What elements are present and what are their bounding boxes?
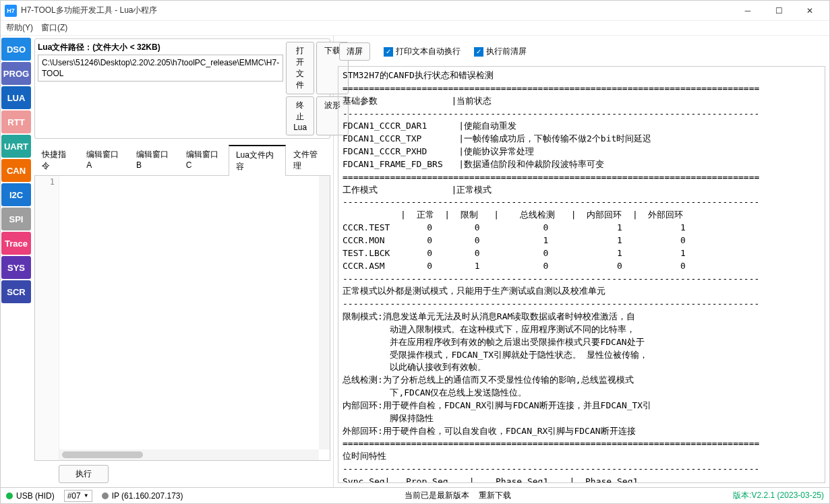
chevron-down-icon: ▼ bbox=[84, 493, 89, 499]
redownload-link[interactable]: 重新下载 bbox=[479, 490, 511, 501]
open-file-button[interactable]: 打开文件 bbox=[286, 42, 314, 94]
menu-window[interactable]: 窗口(Z) bbox=[41, 22, 67, 34]
tab-edit-a[interactable]: 编辑窗口A bbox=[79, 145, 129, 176]
rail-trace[interactable]: Trace bbox=[1, 232, 31, 255]
rail-uart[interactable]: UART bbox=[1, 135, 31, 158]
menubar: 帮助(Y) 窗口(Z) bbox=[1, 21, 829, 36]
tab-file-mgr[interactable]: 文件管理 bbox=[286, 145, 330, 176]
rail-scr[interactable]: SCR bbox=[1, 280, 31, 303]
ip-status: IP (61.160.207.173) bbox=[112, 491, 183, 501]
file-path-label: Lua文件路径：(文件大小 < 32KB) bbox=[38, 42, 283, 53]
rail-lua[interactable]: LUA bbox=[1, 86, 31, 109]
rail-prog[interactable]: PROG bbox=[1, 62, 31, 85]
auto-wrap-checkbox[interactable]: ✓ 打印文本自动换行 bbox=[384, 46, 461, 57]
rail-dso[interactable]: DSO bbox=[1, 38, 31, 61]
menu-help[interactable]: 帮助(Y) bbox=[6, 22, 33, 34]
tab-edit-c[interactable]: 编辑窗口C bbox=[179, 145, 229, 176]
rail-spi[interactable]: SPI bbox=[1, 208, 31, 230]
check-icon: ✓ bbox=[384, 47, 393, 57]
update-status: 当前已是最新版本 bbox=[405, 490, 469, 501]
auto-wrap-label: 打印文本自动换行 bbox=[396, 46, 461, 57]
clear-console-button[interactable]: 清屏 bbox=[339, 42, 370, 61]
clear-before-run-checkbox[interactable]: ✓ 执行前清屏 bbox=[474, 46, 527, 57]
device-index-combo[interactable]: #07 ▼ bbox=[64, 490, 92, 502]
check-icon: ✓ bbox=[474, 47, 483, 57]
editor-scrollbar-vertical[interactable] bbox=[319, 176, 330, 449]
rail-sys[interactable]: SYS bbox=[1, 256, 31, 279]
ip-led-icon bbox=[102, 493, 109, 499]
console-output[interactable]: STM32H7的CANFD执行状态和错误检测 =================… bbox=[338, 66, 825, 483]
tab-lua-file[interactable]: Lua文件内容 bbox=[229, 145, 286, 176]
tab-quick[interactable]: 快捷指令 bbox=[34, 145, 79, 176]
editor-area: 1 bbox=[34, 176, 330, 461]
right-pane: 清屏 ✓ 打印文本自动换行 ✓ 执行前清屏 STM32H7的CANFD执行状态和… bbox=[334, 36, 829, 487]
execute-button[interactable]: 执行 bbox=[59, 465, 109, 483]
window-title: H7-TOOL多功能开发工具 - Lua小程序 bbox=[21, 5, 732, 16]
file-path-input[interactable]: C:\Users\51246\Desktop\2.20\2.205\h7tool… bbox=[38, 55, 283, 82]
stop-lua-button[interactable]: 终止Lua bbox=[286, 96, 314, 135]
editor-scrollbar-horizontal[interactable] bbox=[59, 449, 319, 460]
tab-edit-b[interactable]: 编辑窗口B bbox=[129, 145, 179, 176]
console-toolbar: 清屏 ✓ 打印文本自动换行 ✓ 执行前清屏 bbox=[338, 40, 825, 66]
app-icon: H7 bbox=[5, 5, 17, 17]
left-pane: Lua文件路径：(文件大小 < 32KB) C:\Users\51246\Des… bbox=[32, 36, 334, 487]
code-editor[interactable] bbox=[59, 176, 330, 460]
close-button[interactable]: ✕ bbox=[794, 1, 825, 21]
rail-can[interactable]: CAN bbox=[1, 159, 31, 182]
side-rail: DSO PROG LUA RTT UART CAN I2C SPI Trace … bbox=[1, 36, 32, 487]
minimize-button[interactable]: ─ bbox=[732, 1, 763, 21]
rail-rtt[interactable]: RTT bbox=[1, 111, 31, 133]
rail-i2c[interactable]: I2C bbox=[1, 183, 31, 206]
file-box: Lua文件路径：(文件大小 < 32KB) C:\Users\51246\Des… bbox=[34, 38, 330, 139]
editor-tabs: 快捷指令 编辑窗口A 编辑窗口B 编辑窗口C Lua文件内容 文件管理 bbox=[34, 144, 330, 176]
clear-before-run-label: 执行前清屏 bbox=[486, 46, 527, 57]
usb-led-icon bbox=[6, 493, 13, 499]
usb-status: USB (HID) bbox=[16, 491, 55, 501]
device-index-value: #07 bbox=[67, 491, 81, 501]
titlebar: H7 H7-TOOL多功能开发工具 - Lua小程序 ─ ☐ ✕ bbox=[1, 1, 829, 21]
status-bar: USB (HID) #07 ▼ IP (61.160.207.173) 当前已是… bbox=[1, 487, 829, 503]
version-label: 版本:V2.2.1 (2023-03-25) bbox=[733, 490, 824, 501]
editor-gutter: 1 bbox=[35, 176, 59, 460]
maximize-button[interactable]: ☐ bbox=[763, 1, 794, 21]
